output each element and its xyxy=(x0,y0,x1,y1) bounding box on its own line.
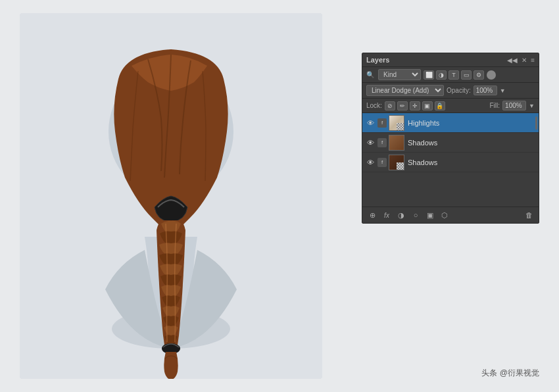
type-filter-icon[interactable]: T xyxy=(449,70,459,80)
menu-icon[interactable]: ≡ xyxy=(531,57,535,64)
layer-thumb-shadows1 xyxy=(389,135,404,151)
panel-header-icons: ◀◀ ✕ ≡ xyxy=(507,57,535,64)
shape-filter-icon[interactable]: ▭ xyxy=(461,70,472,80)
blend-row: Linear Dodge (Add) Normal Multiply Scree… xyxy=(362,83,539,99)
layer-item-shadows1[interactable]: 👁 f Shadows xyxy=(362,133,539,153)
lock-all-btn[interactable]: 🔒 xyxy=(435,101,445,110)
lock-image-btn[interactable]: ✏ xyxy=(397,101,408,110)
layer-fx-btn[interactable]: fx xyxy=(381,210,393,220)
layers-panel: Layers ◀◀ ✕ ≡ 🔍 Kind ⬜ ◑ T ▭ ⚙ Linear Do… xyxy=(362,53,539,224)
create-fill-btn[interactable]: ○ xyxy=(410,210,422,220)
adjustment-filter-icon[interactable]: ◑ xyxy=(436,70,447,80)
visibility-eye-shadows2[interactable]: 👁 xyxy=(365,157,376,168)
lock-artboards-btn[interactable]: ▣ xyxy=(422,101,433,110)
kind-dropdown[interactable]: Kind xyxy=(378,69,421,80)
layer-name-highlights: Highlights xyxy=(408,119,536,127)
illustration-area xyxy=(20,13,322,379)
layer-fx-highlights[interactable]: f xyxy=(377,118,387,128)
opacity-label: Opacity: xyxy=(447,87,471,94)
link-layers-btn[interactable]: ⊕ xyxy=(366,210,378,220)
lock-position-btn[interactable]: ✛ xyxy=(410,101,420,110)
layer-item-highlights[interactable]: 👁 f Highlights xyxy=(362,113,539,133)
layer-thumb-shadows2 xyxy=(389,155,404,170)
opacity-input[interactable] xyxy=(474,86,497,95)
visibility-eye-shadows1[interactable]: 👁 xyxy=(365,137,376,148)
blend-mode-dropdown[interactable]: Linear Dodge (Add) Normal Multiply Scree… xyxy=(366,85,444,96)
visibility-eye-highlights[interactable]: 👁 xyxy=(365,118,376,128)
search-icon: 🔍 xyxy=(366,71,374,78)
panel-footer: ⊕ fx ◑ ○ ▣ ⬡ 🗑 xyxy=(362,207,539,223)
layer-name-shadows2: Shadows xyxy=(408,159,536,166)
layer-name-shadows1: Shadows xyxy=(408,139,536,147)
opacity-arrow[interactable]: ▼ xyxy=(500,87,506,94)
smart-filter-icon[interactable]: ⚙ xyxy=(474,70,484,80)
pixel-filter-icon[interactable]: ⬜ xyxy=(424,70,434,80)
layer-fx-shadows1[interactable]: f xyxy=(377,138,387,147)
delete-layer-btn[interactable]: 🗑 xyxy=(523,210,535,220)
layer-filter-btn[interactable] xyxy=(487,70,496,80)
watermark: 头条 @衍果视觉 xyxy=(481,368,539,379)
fill-label: Fill: xyxy=(490,102,500,109)
add-mask-btn[interactable]: ◑ xyxy=(395,210,407,220)
new-layer-btn[interactable]: ⬡ xyxy=(439,210,450,220)
layer-fx-shadows2[interactable]: f xyxy=(377,158,387,167)
fill-arrow[interactable]: ▼ xyxy=(529,103,535,109)
close-icon[interactable]: ✕ xyxy=(522,57,527,64)
collapse-icon[interactable]: ◀◀ xyxy=(507,57,518,64)
scroll-indicator xyxy=(535,116,537,130)
panel-header: Layers ◀◀ ✕ ≡ xyxy=(362,53,539,67)
layers-list: 👁 f Highlights 👁 f Shadows 👁 f Shadows xyxy=(362,113,539,207)
lock-transparent-btn[interactable]: ⊘ xyxy=(385,101,395,110)
layer-item-shadows2[interactable]: 👁 f Shadows xyxy=(362,153,539,172)
layer-thumb-highlights xyxy=(389,115,404,131)
kind-row: 🔍 Kind ⬜ ◑ T ▭ ⚙ xyxy=(362,67,539,83)
watermark-text: 头条 @衍果视觉 xyxy=(481,368,539,378)
panel-title: Layers xyxy=(366,56,389,64)
lock-icons: ⊘ ✏ ✛ ▣ 🔒 xyxy=(385,101,445,110)
kind-filter-icons: ⬜ ◑ T ▭ ⚙ xyxy=(424,70,484,80)
lock-label: Lock: xyxy=(366,102,382,109)
fill-input[interactable] xyxy=(502,101,526,110)
lock-row: Lock: ⊘ ✏ ✛ ▣ 🔒 Fill: ▼ xyxy=(362,99,539,113)
new-group-btn[interactable]: ▣ xyxy=(424,210,436,220)
